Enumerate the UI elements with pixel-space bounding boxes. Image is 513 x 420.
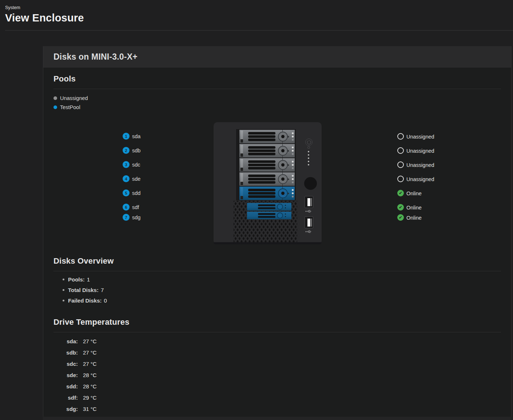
drive-tray-sdc[interactable] bbox=[239, 158, 295, 172]
overview-item-label: Failed Disks: bbox=[68, 297, 102, 304]
tray-knob-pointer bbox=[288, 178, 289, 180]
tray-latch bbox=[240, 159, 243, 171]
tray-latch bbox=[240, 173, 243, 185]
tray-led-icon bbox=[292, 153, 294, 155]
tray-slot bbox=[248, 139, 275, 141]
lock-hole bbox=[304, 177, 317, 190]
tray-led-icon bbox=[292, 196, 294, 197]
page-divider bbox=[5, 30, 513, 31]
tray-slot bbox=[248, 164, 275, 166]
tray-led-icon bbox=[292, 164, 294, 166]
overview-item: Failed Disks:0 bbox=[53, 297, 501, 304]
disk-status-label: Online bbox=[406, 204, 422, 211]
tray-slot bbox=[248, 195, 275, 198]
temperature-row: sde:28 °C bbox=[53, 372, 501, 383]
overview-heading: Disks Overview bbox=[53, 256, 501, 271]
tray-led-icon bbox=[285, 213, 286, 215]
disk-name-label: sdc bbox=[132, 161, 140, 168]
tray-slot bbox=[248, 189, 275, 191]
temperature-disk-label: sdf: bbox=[53, 395, 78, 406]
drive-tray-sdb[interactable] bbox=[239, 144, 295, 157]
disks-card-header: Disks on MINI-3.0-X+ bbox=[43, 46, 511, 68]
drive-tray-sdg[interactable] bbox=[247, 212, 291, 219]
temperature-disk-label: sda: bbox=[53, 338, 78, 349]
circle-outline-icon bbox=[397, 176, 404, 182]
tray-led-icon bbox=[285, 216, 286, 217]
tray-led-icon bbox=[292, 147, 294, 148]
temperature-value: 28 °C bbox=[83, 372, 501, 383]
disks-card: Disks on MINI-3.0-X+ Pools UnassignedTes… bbox=[43, 46, 512, 420]
tray-slot bbox=[248, 146, 275, 149]
tray-slot bbox=[248, 135, 275, 138]
temperature-value: 31 °C bbox=[83, 406, 501, 417]
tray-slot bbox=[258, 216, 275, 218]
overview-item: Total Disks:7 bbox=[53, 287, 501, 293]
overview-item-label: Total Disks: bbox=[68, 287, 99, 293]
temperature-value: 27 °C bbox=[83, 361, 501, 372]
temperature-value: 29 °C bbox=[83, 395, 501, 406]
tray-led-icon bbox=[292, 136, 294, 137]
tray-slot bbox=[258, 213, 275, 215]
tray-latch bbox=[240, 131, 243, 143]
drive-tray-sdf[interactable] bbox=[247, 203, 291, 211]
usb-port-icon bbox=[305, 196, 313, 208]
temperature-row: sda:27 °C bbox=[53, 338, 501, 349]
pools-legend: UnassignedTestPool bbox=[53, 93, 501, 112]
led-dot-icon bbox=[308, 157, 309, 159]
disks-card-body: Pools UnassignedTestPool bbox=[43, 68, 511, 420]
temperature-disk-label: sdb: bbox=[53, 349, 78, 361]
legend-item: TestPool bbox=[53, 103, 501, 112]
page-title: View Enclosure bbox=[5, 12, 513, 24]
check-circle-icon: ✔ bbox=[397, 190, 404, 196]
led-dot-icon bbox=[308, 164, 309, 165]
temperature-disk-label: sdc: bbox=[53, 361, 78, 372]
tray-slot bbox=[248, 153, 275, 155]
tray-led-icon bbox=[292, 139, 294, 141]
disk-status-label: Online bbox=[406, 190, 422, 197]
legend-label: TestPool bbox=[60, 104, 80, 110]
temperature-disk-label: sdg: bbox=[53, 406, 78, 417]
tray-led-icon bbox=[285, 207, 286, 208]
legend-item: Unassigned bbox=[53, 93, 501, 103]
disk-number-badge: 3 bbox=[123, 161, 130, 168]
disk-status-label: Unassigned bbox=[406, 162, 434, 168]
drive-tray-sda[interactable] bbox=[239, 130, 295, 143]
tray-slot bbox=[248, 149, 275, 152]
drive-tray-sdd[interactable] bbox=[239, 187, 295, 200]
disks-card-title: Disks on MINI-3.0-X+ bbox=[53, 52, 138, 62]
overview-item-value: 1 bbox=[87, 276, 90, 283]
tray-slot bbox=[248, 132, 275, 135]
tray-led-icon bbox=[292, 189, 294, 191]
tray-slot bbox=[248, 192, 275, 195]
temperature-row: sdb:27 °C bbox=[53, 349, 501, 361]
disk-status-label: Online bbox=[406, 215, 422, 221]
tray-knob-icon bbox=[278, 146, 288, 156]
tray-led-icon bbox=[292, 181, 294, 183]
check-circle-icon: ✔ bbox=[397, 204, 404, 211]
usb-port-icon bbox=[305, 216, 313, 228]
temperature-row: sdg:31 °C bbox=[53, 406, 501, 417]
tray-knob-pointer bbox=[288, 192, 289, 195]
disk-number-badge: 2 bbox=[123, 147, 130, 154]
led-dot-icon bbox=[308, 161, 309, 162]
led-dot-icon bbox=[308, 151, 309, 152]
tray-slot bbox=[248, 167, 275, 169]
breadcrumb-system[interactable]: System bbox=[5, 5, 513, 10]
pools-heading: Pools bbox=[53, 74, 501, 89]
tray-led-icon bbox=[285, 205, 286, 206]
tray-knob-icon bbox=[278, 160, 288, 170]
tray-led-icon bbox=[292, 161, 294, 163]
disk-name-label: sdg bbox=[132, 214, 140, 221]
tray-slot bbox=[248, 160, 275, 163]
pool-color-dot-icon bbox=[53, 105, 57, 109]
tray-knob-icon bbox=[277, 212, 283, 219]
tray-led-icon bbox=[292, 192, 294, 194]
tray-knob-pointer bbox=[288, 136, 289, 138]
drive-tray-sde[interactable] bbox=[239, 172, 295, 186]
disk-name-label: sde bbox=[132, 176, 140, 182]
legend-label: Unassigned bbox=[60, 95, 88, 101]
pool-color-dot-icon bbox=[53, 96, 57, 100]
led-dot-icon bbox=[308, 154, 309, 156]
overview-item-value: 0 bbox=[104, 297, 107, 304]
tray-knob-icon bbox=[277, 204, 283, 210]
